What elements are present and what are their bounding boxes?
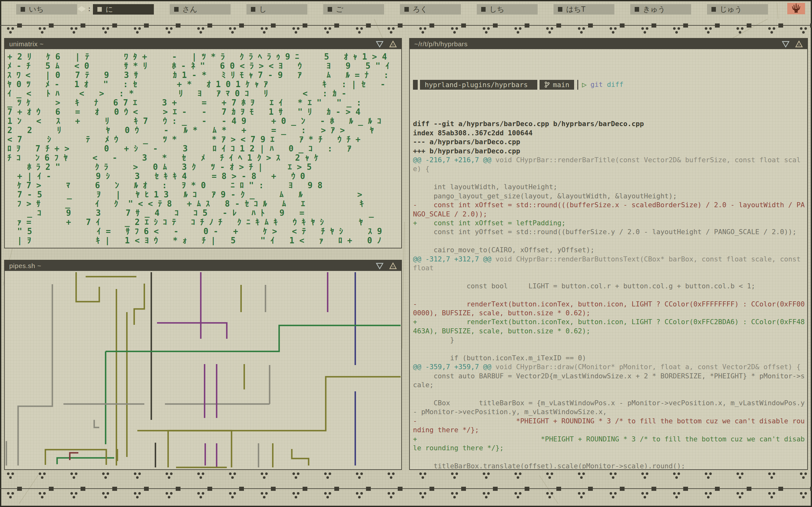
triangle-down-icon [376, 41, 384, 48]
matrix-row: ｲ _ < ﾄ ﾊ < > : * ﾘ ﾖ ｱ ﾏ 0 ｺ ﾘ < : ｶ - [7, 89, 401, 98]
window-title: pipes.sh ~ [9, 262, 370, 270]
pipe-segment [292, 449, 309, 465]
matrix-row: " 5 ｲ = ｻ ﾌ 6 < - 0 - + ｹ > < ﾃ ﾁ ﾔ ｼ ｽ … [7, 227, 401, 236]
workspace-square-icon [20, 7, 25, 12]
workspace-square-icon [558, 7, 562, 12]
diff-line-add: + const int xOffset = leftPadding; [413, 219, 806, 228]
diff-line-ctx: CBox titleBarBox = {m_vLastWindowPos.x -… [413, 399, 806, 417]
diff-line-ctx: } [413, 336, 806, 344]
throne-emblem-icon [791, 3, 802, 14]
command-name: git [590, 80, 603, 89]
prompt-branch: main [553, 80, 569, 90]
workspace-tab-ろく[interactable]: ろく [400, 4, 461, 14]
diff-line-meta: diff --git a/hyprbars/barDeco.cpp b/hypr… [413, 119, 806, 128]
matrix-row: ﾔ 0 ﾂ ﾒ - 1 ｵ " : ｾ + * ｵ 1 0 1 ｹ ｬ ｱ ｷ … [7, 80, 401, 89]
diff-line-hunk: @@ -359,7 +359,7 @@ void CHyprBar::draw(… [413, 362, 806, 372]
diff-line-blank [413, 174, 806, 182]
diff-line-ctx: if (button.iconTex.m_iTexID == 0) [413, 354, 806, 362]
diff-line-meta: +++ b/hyprbars/barDeco.cpp [413, 147, 806, 156]
workspace-tab-いち[interactable]: いち: [16, 4, 77, 14]
workspace-tab-し[interactable]: し [247, 4, 307, 14]
workspace-square-icon [481, 7, 486, 12]
workspace-square-icon [711, 7, 716, 12]
matrix-row: ﾁ ｺ ﾝ 6 ﾌ ﾔ < - 3 * ｾ ﾒ ﾁ ｲ ﾍ 1 ｸ > ｽ 2 … [7, 153, 401, 163]
workspace-square-icon [635, 7, 639, 12]
prompt-directory-chip: hyprland-plugins/hyprbars [420, 80, 532, 90]
matrix-row: 1 ﾝ < ｽ + ﾘ ｷ 7 ｳ : _ - - 4 9 + 0 _ ﾝ - … [7, 117, 401, 126]
workspace-tab-さん[interactable]: さん [170, 4, 231, 14]
diff-line-del: - const int xOffset = std::round(((buffe… [413, 201, 806, 219]
matrix-row: ﾒ - ﾁ 5 ﾑ < 0 ｻ * ﾘ ﾎ - ﾈ " 6 0 < ﾗ > < … [7, 61, 401, 71]
pipes-art [5, 271, 401, 469]
window-terminal-hyprbars: ~/r/t/p/h/hyprbars hyprland-plugins/hypr… [409, 38, 808, 470]
workspace-square-icon [328, 7, 332, 12]
diff-line-blank [413, 291, 806, 299]
diff-line-ctx: titleBarBox.translate(offset).scale(pMon… [413, 462, 806, 469]
triangle-alert-icon [795, 41, 803, 48]
workspace-square-icon [251, 7, 255, 12]
diff-line-ctx: pango_layout_get_size(layout, &layoutWid… [413, 192, 806, 201]
workspace-square-icon [174, 7, 179, 12]
wallpaper-strip-bottom [0, 470, 812, 507]
prompt-directory: hyprland-plugins/hyprbars [425, 80, 528, 90]
workspace-label: しち [490, 4, 504, 14]
close-triangle-button[interactable] [389, 41, 397, 48]
matrix-row: | ｦ ｷ | 1 < ﾖ ｳ * ｫ ﾁ | 5 " ｲ 1 < ｧ ﾛ + … [7, 236, 401, 245]
workspace-tab-じゅう[interactable]: じゅう [707, 4, 768, 14]
triangle-alert-icon [389, 262, 397, 269]
matrix-row: + 2 ﾘ ｹ 6 | ﾃ ﾜ ﾀ + - | ﾂ * ﾗ ｸ ﾗ ﾍ ﾗ ｩ … [7, 52, 401, 61]
pipe-segment [18, 284, 52, 465]
workspace-label: はちT [566, 4, 586, 14]
terminal-output[interactable]: hyprland-plugins/hyprbars main ▷ git dif… [410, 49, 807, 469]
window-unimatrix: unimatrix ~ + 2 ﾘ ｹ 6 | ﾃ ﾜ ﾀ + - | ﾂ * … [4, 38, 402, 248]
diff-line-blank [413, 273, 806, 281]
close-triangle-button[interactable] [389, 262, 397, 269]
workspace-tab-ご[interactable]: ご [323, 4, 384, 14]
workspace-tab-しち[interactable]: しち [477, 4, 538, 14]
pipe-segment [157, 323, 227, 339]
workspace-tab-はちT[interactable]: はちT [554, 4, 614, 14]
prompt-edge-block [413, 80, 418, 90]
prompt-arrow-icon: ▷ [582, 80, 587, 89]
workspace-tab-に[interactable]: に [93, 4, 154, 14]
workspace-square-icon [97, 7, 102, 12]
pipe-segment [134, 284, 144, 325]
workspace-label: し [259, 4, 267, 14]
workspace-tab-きゅう[interactable]: きゅう [630, 4, 691, 14]
workspace-bar: いち:にさんしごろくしちはちTきゅうじゅう [0, 0, 812, 15]
minimize-triangle-button[interactable] [782, 41, 790, 48]
matrix-row: ｹ 7 > ﾏ 6 ﾝ ﾙ ｵ : ｦ * 0 ﾆ ﾛ " : ﾖ 9 8 [7, 181, 401, 190]
window-pipes: pipes.sh ~ [4, 260, 402, 470]
command-argument: diff [607, 80, 623, 89]
minimize-triangle-button[interactable] [376, 41, 384, 48]
titlebar-unimatrix[interactable]: unimatrix ~ [5, 39, 401, 49]
diff-line-blank [413, 390, 806, 399]
pipe-segment [168, 431, 232, 467]
diff-line-del: - renderText(button.iconTex, button.icon… [413, 300, 806, 318]
diff-line-add: + *PHEIGHT + ROUNDING * 3 /* to fill the… [413, 435, 806, 453]
diff-line-blank [413, 452, 806, 461]
diff-line-meta: index 85ab308..367c2dd 100644 [413, 129, 806, 137]
workspace-label: ろく [413, 4, 427, 14]
prompt-separator [577, 80, 578, 90]
matrix-row: 2 2 ﾘ ﾔ 0 ｳ - ﾙ * ﾑ * + = _ : > ｱ > ﾔ [7, 126, 401, 135]
titlebar-terminal[interactable]: ~/r/t/p/h/hyprbars [410, 39, 807, 49]
diff-line-ctx: const int yOffset = std::round((bufferSi… [413, 228, 806, 236]
diff-line-ctx: const auto BARBUF = Vector2D{m_vLastWind… [413, 372, 806, 390]
close-triangle-button[interactable] [795, 41, 803, 48]
diff-line-blank [413, 345, 806, 354]
prompt-branch-chip: main [540, 80, 574, 90]
launcher-emblem-button[interactable] [787, 3, 805, 14]
triangle-down-icon [376, 262, 384, 269]
workspace-label: さん [183, 4, 197, 14]
colon-decor: : [88, 6, 90, 12]
workspace-label: じゅう [720, 4, 742, 14]
titlebar-pipes[interactable]: pipes.sh ~ [5, 261, 401, 271]
diff-line-add: + renderText(button.iconTex, button.icon… [413, 318, 806, 336]
minimize-triangle-button[interactable] [376, 262, 384, 269]
matrix-row: + | ｲ - 9 ｼ 3 ｾ ｷ ｷ 4 = 8 > - 8 + ｳ 0 [7, 172, 401, 181]
diamond-icon [78, 6, 86, 12]
diff-line-ctx: int layoutWidth, layoutHeight; [413, 182, 806, 191]
shell-prompt-top: hyprland-plugins/hyprbars main ▷ git dif… [413, 79, 806, 90]
workspace-label: いち [29, 4, 44, 14]
